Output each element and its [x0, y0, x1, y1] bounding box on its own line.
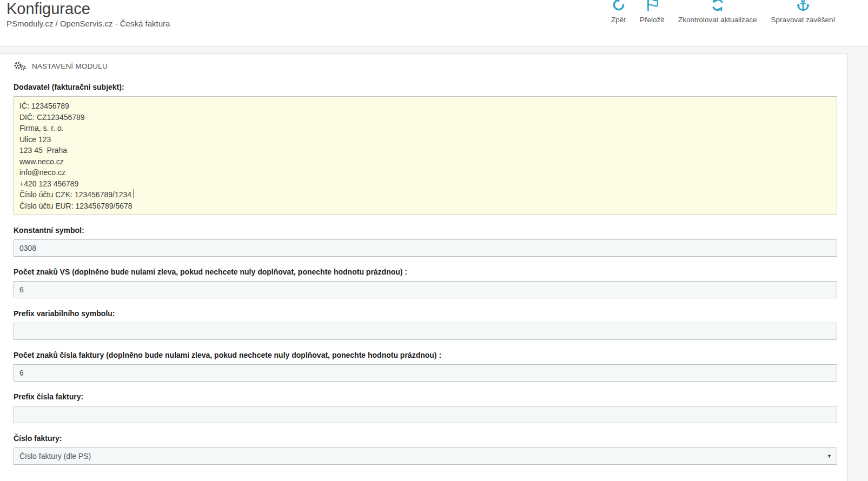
field-dodavatel: Dodavatel (fakturační subjekt): IČ: 1234…: [14, 83, 837, 215]
prefix-cisla-faktury-label: Prefix čísla faktury:: [14, 392, 837, 402]
pocet-znaku-vs-label: Počet znaků VS (doplněno bude nulami zle…: [14, 268, 837, 277]
panel-title: NASTAVENÍ MODULU: [32, 62, 108, 70]
field-prefix-cisla-faktury: Prefix čísla faktury:: [14, 392, 837, 423]
panel-heading: NASTAVENÍ MODULU: [14, 60, 837, 72]
toolbar-check-updates-button[interactable]: Zkontrolovat aktualizace: [678, 0, 757, 24]
flag-icon: [645, 0, 659, 12]
prefix-vs-label: Prefix variabilního symbolu:: [14, 309, 837, 318]
toolbar-translate-label: Přeložit: [640, 16, 664, 24]
pocet-znaku-cisla-faktury-input[interactable]: [14, 364, 837, 382]
module-settings-form: Dodavatel (fakturační subjekt): IČ: 1234…: [14, 83, 837, 465]
konstantni-symbol-input[interactable]: [14, 239, 837, 257]
field-pocet-znaku-cisla-faktury: Počet znaků čísla faktury (doplněno bude…: [14, 351, 837, 382]
dodavatel-textarea-wrap: IČ: 123456789 DIČ: CZ123456789 Firma, s.…: [14, 96, 837, 215]
text-cursor: [134, 189, 134, 198]
page-header: Konfigurace PSmoduly.cz / OpenServis.cz …: [0, 0, 868, 46]
gears-icon: [14, 61, 26, 71]
anchor-icon: [796, 0, 810, 12]
cislo-faktury-label: Číslo faktury:: [14, 434, 837, 443]
page: Konfigurace PSmoduly.cz / OpenServis.cz …: [0, 0, 868, 481]
settings-panel: NASTAVENÍ MODULU Dodavatel (fakturační s…: [0, 53, 847, 481]
toolbar: Zpět Přeložit: [611, 0, 835, 24]
content-area: NASTAVENÍ MODULU Dodavatel (fakturační s…: [0, 46, 868, 481]
dodavatel-label: Dodavatel (fakturační subjekt):: [14, 83, 837, 92]
refresh-icon: [711, 0, 725, 12]
pocet-znaku-cisla-faktury-label: Počet znaků čísla faktury (doplněno bude…: [14, 351, 837, 360]
pocet-znaku-vs-input[interactable]: [14, 281, 837, 298]
toolbar-manage-hooks-label: Spravovat zavěšení: [771, 16, 836, 24]
cislo-faktury-select[interactable]: Číslo faktury (dle PS): [14, 447, 837, 465]
prefix-vs-input[interactable]: [14, 323, 837, 340]
field-cislo-faktury: Číslo faktury: Číslo faktury (dle PS) ▼: [14, 434, 837, 465]
toolbar-translate-button[interactable]: Přeložit: [640, 0, 664, 24]
toolbar-back-label: Zpět: [611, 16, 626, 24]
toolbar-check-updates-label: Zkontrolovat aktualizace: [678, 16, 757, 24]
field-konstantni-symbol: Konstantní symbol:: [14, 226, 837, 257]
dodavatel-textarea[interactable]: IČ: 123456789 DIČ: CZ123456789 Firma, s.…: [14, 96, 837, 215]
field-pocet-znaku-vs: Počet znaků VS (doplněno bude nulami zle…: [14, 268, 837, 298]
toolbar-back-button[interactable]: Zpět: [611, 0, 626, 24]
toolbar-manage-hooks-button[interactable]: Spravovat zavěšení: [771, 0, 836, 24]
field-prefix-vs: Prefix variabilního symbolu:: [14, 309, 837, 340]
konstantni-symbol-label: Konstantní symbol:: [14, 226, 837, 235]
back-icon: [612, 0, 626, 12]
prefix-cisla-faktury-input[interactable]: [14, 406, 837, 423]
cislo-faktury-select-wrap: Číslo faktury (dle PS) ▼: [14, 447, 837, 465]
